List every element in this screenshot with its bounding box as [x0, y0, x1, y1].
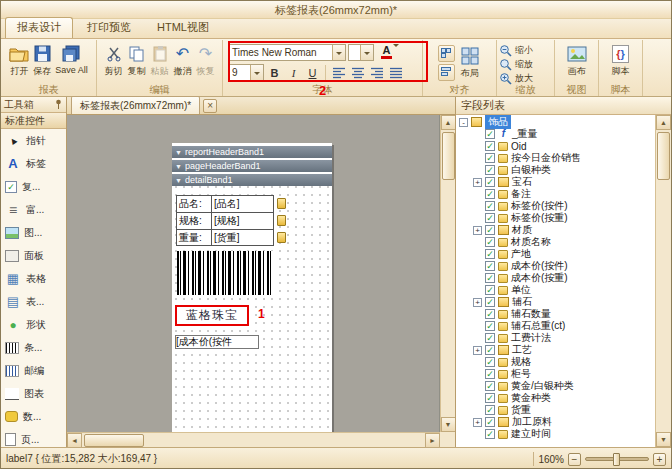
toolbox-item[interactable]: 标签	[1, 152, 66, 175]
font-family-select[interactable]: Times New Roman	[228, 44, 346, 61]
field-checkbox[interactable]: ✓	[485, 153, 495, 163]
field-row[interactable]: ✓ _重量	[456, 128, 655, 140]
field-checkbox[interactable]: ✓	[485, 333, 495, 343]
align-tool-button-2[interactable]	[438, 64, 455, 81]
field-checkbox[interactable]: ✓	[485, 357, 495, 367]
toolbox-group-standard[interactable]: 标准控件	[1, 113, 66, 129]
tree-expander-icon[interactable]: +	[473, 226, 482, 235]
toolbox-item[interactable]: 形状	[1, 313, 66, 336]
field-checkbox[interactable]: ✓	[485, 273, 495, 283]
field-checkbox[interactable]: ✓	[485, 285, 495, 295]
tab-report-design[interactable]: 报表设计	[5, 17, 73, 38]
save-button[interactable]: 保存	[31, 42, 53, 79]
toolbox-item[interactable]: 复...	[1, 175, 66, 198]
band-header[interactable]: pageHeaderBand1	[172, 160, 332, 172]
field-row[interactable]: + ✓ 加工原料	[456, 416, 655, 428]
underline-button[interactable]: U	[304, 64, 321, 81]
field-checkbox[interactable]: ✓	[485, 393, 495, 403]
brand-text[interactable]: 蓝格珠宝	[186, 307, 238, 324]
toolbox-item[interactable]: 面板	[1, 244, 66, 267]
canvas-horizontal-scrollbar[interactable]: ◄ ►	[67, 432, 440, 447]
toolbox-item[interactable]: 页...	[1, 428, 66, 447]
field-row[interactable]: ✓ 建立时间	[456, 428, 655, 440]
field-row[interactable]: ✓ 标签价(按重)	[456, 212, 655, 224]
toolbox-item[interactable]: 表格	[1, 267, 66, 290]
field-checkbox[interactable]: ✓	[485, 213, 495, 223]
document-close-icon[interactable]: ×	[203, 99, 217, 113]
field-checkbox[interactable]: ✓	[485, 201, 495, 211]
toolbox-item[interactable]: 表...	[1, 290, 66, 313]
align-center-button[interactable]	[349, 64, 366, 81]
field-row[interactable]: ✓ 材质名称	[456, 236, 655, 248]
design-canvas[interactable]: reportHeaderBand1 pageHeaderBand1 detail…	[67, 115, 440, 432]
field-checkbox[interactable]: ✓	[485, 237, 495, 247]
toolbox-item[interactable]: 图表	[1, 382, 66, 405]
open-button[interactable]: 打开	[8, 42, 30, 79]
field-row[interactable]: ✓ 工费计法	[456, 332, 655, 344]
scroll-right-icon[interactable]: ►	[425, 433, 440, 448]
field-row[interactable]: ✓ 按今日金价销售	[456, 152, 655, 164]
field-checkbox[interactable]: ✓	[485, 261, 495, 271]
toolbox-item[interactable]: 数...	[1, 405, 66, 428]
copy-button[interactable]: 复制	[126, 42, 148, 79]
zoom-plus-button[interactable]: +	[653, 453, 666, 466]
paste-button[interactable]: 粘贴	[149, 42, 171, 79]
field-row[interactable]: ✓ 货重	[456, 404, 655, 416]
toolbox-item[interactable]: 指针	[1, 129, 66, 152]
zoom-slider-thumb[interactable]	[613, 453, 620, 466]
scrollbar-thumb[interactable]	[657, 132, 670, 180]
font-size-select[interactable]: 9	[228, 64, 264, 81]
field-checkbox[interactable]: ✓	[485, 345, 495, 355]
label-table-row[interactable]: 重量: [货重]	[176, 229, 286, 246]
canvas-vertical-scrollbar[interactable]: ▲ ▼	[440, 115, 455, 432]
field-row[interactable]: + ✓ 辅石	[456, 296, 655, 308]
document-tab[interactable]: 标签报表(26mmx72mm)*	[71, 96, 200, 114]
tree-expander-icon[interactable]: +	[473, 418, 482, 427]
field-row[interactable]: + ✓ 工艺	[456, 344, 655, 356]
field-checkbox[interactable]: ✓	[485, 249, 495, 259]
report-page[interactable]: reportHeaderBand1 pageHeaderBand1 detail…	[172, 143, 332, 432]
band-header[interactable]: reportHeaderBand1	[172, 146, 332, 158]
zoom-button[interactable]: 缩放	[499, 58, 533, 70]
tree-expander-icon[interactable]: +	[473, 346, 482, 355]
field-checkbox[interactable]: ✓	[485, 321, 495, 331]
toolbox-item[interactable]: 图...	[1, 221, 66, 244]
field-row[interactable]: ✓ 单位	[456, 284, 655, 296]
cut-button[interactable]: 剪切	[103, 42, 125, 79]
align-tool-button-1[interactable]	[438, 45, 455, 62]
align-right-button[interactable]	[368, 64, 385, 81]
barcode-element[interactable]	[177, 251, 273, 295]
align-justify-button[interactable]	[387, 64, 404, 81]
label-table-row[interactable]: 品名: [品名]	[176, 195, 286, 212]
tree-expander-icon[interactable]: +	[473, 298, 482, 307]
scroll-up-icon[interactable]: ▲	[441, 115, 456, 130]
field-row[interactable]: + ✓ 宝石	[456, 176, 655, 188]
font-style-select[interactable]	[348, 44, 374, 61]
field-row[interactable]: ✓ 成本价(按重)	[456, 272, 655, 284]
field-checkbox[interactable]: ✓	[485, 405, 495, 415]
field-checkbox[interactable]: ✓	[485, 417, 495, 427]
field-row[interactable]: ✓ 黄金/白银种类	[456, 380, 655, 392]
toolbox-item[interactable]: 邮编	[1, 359, 66, 382]
layout-button[interactable]: 布局	[458, 44, 482, 81]
undo-button[interactable]: ↶ 撤消	[172, 42, 194, 79]
field-checkbox[interactable]: ✓	[485, 429, 495, 439]
scrollbar-thumb[interactable]	[84, 434, 144, 447]
field-row[interactable]: ✓ 规格	[456, 356, 655, 368]
field-list-scrollbar[interactable]: ▲ ▼	[655, 115, 671, 447]
zoom-slider[interactable]	[585, 457, 649, 461]
script-button[interactable]: 脚本	[610, 42, 632, 79]
bold-button[interactable]: B	[266, 64, 283, 81]
field-row[interactable]: ✓ 辅石总重(ct)	[456, 320, 655, 332]
field-row[interactable]: + ✓ 材质	[456, 224, 655, 236]
field-checkbox[interactable]: ✓	[485, 141, 495, 151]
tab-print-preview[interactable]: 打印预览	[75, 17, 143, 38]
save-all-button[interactable]: Save All	[54, 42, 89, 76]
scroll-down-icon[interactable]: ▼	[656, 432, 671, 447]
label-table[interactable]: 品名: [品名] 规格: [规格] 重量: [货重]	[176, 195, 286, 246]
scroll-up-icon[interactable]: ▲	[656, 115, 671, 130]
field-checkbox[interactable]: ✓	[485, 165, 495, 175]
zoom-minus-button[interactable]: −	[568, 453, 581, 466]
toolbox-item[interactable]: 条...	[1, 336, 66, 359]
tree-expander-icon[interactable]: +	[473, 178, 482, 187]
